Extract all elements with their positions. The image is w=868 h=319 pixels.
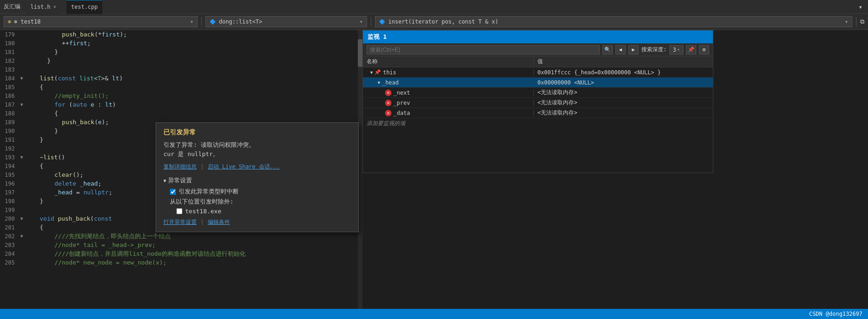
file-label: ⊕ test18 [14,18,41,25]
watch-row-prev-error-icon: ✕ [385,100,392,106]
exception-liveshare-link[interactable]: 启动 Live Share 会话... [208,163,280,171]
watch-row-next-error-icon: ✕ [385,90,392,96]
tab-test-cpp-label: test.cpp [71,4,98,10]
ns-selector[interactable]: 🔷 dong::list<T> ▾ [205,16,367,27]
func-icon: 🔷 [379,19,386,25]
watch-row-data[interactable]: ✕ _data <无法读取内存> [363,108,713,118]
watch-nav-back-btn[interactable]: ◀ [615,45,626,54]
exception-open-settings-link[interactable]: 打开异常设置 [163,218,197,226]
watch-depth-label: 搜索深度: [641,46,667,54]
title-bar: 反汇编 list.h ✕ test.cpp ▾ [0,0,868,14]
watch-row-next[interactable]: ✕ _next <无法读取内存> [363,88,713,98]
table-row: 180 ++first; [0,39,362,48]
main-toolbar: ⊕ ⊕ test18 ▾ 🔷 dong::list<T> ▾ 🔷 insert(… [0,14,868,30]
exception-cb1[interactable] [170,189,176,195]
func-expand-btn[interactable]: ⧉ [860,18,864,25]
table-row: 179 push_back(*first); [0,30,362,39]
watch-row-this-name: ▼ 📌 this [363,69,534,76]
func-selector[interactable]: 🔷 insert(iterator pos, const T & x) ▾ [375,16,852,27]
ns-label: dong::list<T> [219,18,262,25]
watch-depth-chevron: ▾ [677,47,680,52]
exception-title: 已引发异常 [163,128,351,137]
exception-cb1-label: 引发此异常类型时中断 [179,187,239,196]
exception-body: 引发了异常: 读取访问权限冲突。 cur 是 nullptr。 [163,140,351,158]
tab-test-cpp[interactable]: test.cpp [66,0,102,14]
table-row: 182 } [0,56,362,65]
table-row: 204 ////创建新结点，并且调用list_node的构造函数对该结点进行初始… [0,249,362,258]
watch-row-this-value: 0x001ffccc {_head=0x00000000 <NULL> } [534,69,713,76]
toolbar-separator-3 [856,17,856,26]
watch-panel-header: 监视 1 [363,30,713,43]
toolbar-separator-1 [201,17,202,26]
watch-row-this[interactable]: ▼ 📌 this 0x001ffccc {_head=0x00000000 <N… [363,67,713,78]
watch-row-next-name: ✕ _next [363,90,534,96]
status-text: CSDN @dong132697 [809,311,862,317]
watch-rows: ▼ 📌 this 0x001ffccc {_head=0x00000000 <N… [363,67,713,118]
watch-panel: 监视 1 🔍 ◀ ▶ 搜索深度: 3 ▾ 📌 ⊞ 名称 值 ▼ [362,30,713,173]
exception-line1: 引发了异常: 读取访问权限冲突。 [163,140,351,150]
status-bar: CSDN @dong132697 [0,309,868,319]
func-chevron: ▾ [845,18,848,25]
content-area: 179 push_back(*first); 180 ++first; 181 … [0,30,868,319]
table-row: 183 [0,65,362,74]
watch-add-row[interactable]: 添加要监视的项 [363,118,713,128]
watch-row-data-value: <无法读取内存> [534,109,713,117]
table-row: 184 ▼ list(const list<T>& lt) [0,74,362,83]
tab-list-h-close[interactable]: ✕ [53,4,56,10]
exception-cb1-row: 引发此异常类型时中断 [163,187,351,196]
watch-row-head-value: 0x00000000 <NULL> [534,79,713,86]
watch-row-prev-name: ✕ _prev [363,100,534,106]
file-icon: ⊕ [8,18,11,25]
exception-edit-cond-link[interactable]: 编辑条件 [208,218,230,226]
watch-row-this-expand[interactable]: ▼ [370,70,373,75]
watch-row-data-name: ✕ _data [363,110,534,116]
tab-dropdown-btn[interactable]: ▾ [857,3,864,11]
app-title: 反汇编 [4,3,20,11]
code-editor: 179 push_back(*first); 180 ++first; 181 … [0,30,362,319]
title-bar-right: ▾ [857,3,864,11]
watch-row-data-error-icon: ✕ [385,110,392,116]
exception-links: 复制详细信息 | 启动 Live Share 会话... [163,163,351,171]
scroll-thumb[interactable] [358,39,362,67]
table-row: 202 ▼ ////先找到尾结点，即头结点的上一个结点 [0,232,362,241]
watch-row-data-label: _data [393,110,410,116]
watch-search-input[interactable] [367,45,600,54]
func-label: insert(iterator pos, const T & x) [388,18,498,25]
table-row: 187 ▼ for (auto e : lt) [0,100,362,109]
watch-row-next-label: _next [393,90,410,96]
watch-title: 监视 1 [368,33,387,41]
exception-bottom-links: 打开异常设置 | 编辑条件 [163,218,351,226]
watch-nav-fwd-btn[interactable]: ▶ [628,45,639,54]
exception-cb2[interactable] [176,208,182,214]
watch-row-head-name: ▼ _head [363,79,534,86]
tab-bar: 反汇编 list.h ✕ test.cpp [4,0,857,14]
exception-sub-label: 从以下位置引发时除外: [163,198,351,206]
watch-depth-selector[interactable]: 3 ▾ [669,45,683,54]
exception-section-label: 异常设置 [168,176,192,185]
file-selector[interactable]: ⊕ ⊕ test18 ▾ [4,16,198,27]
table-row: 203 //node* tail = _head->_prev; [0,241,362,249]
watch-pin-btn[interactable]: 📌 [686,45,696,54]
table-row: 186 //empty_init(); [0,91,362,100]
watch-row-head-expand[interactable]: ▼ [378,80,380,85]
file-chevron: ▾ [190,18,193,25]
watch-row-prev[interactable]: ✕ _prev <无法读取内存> [363,98,713,108]
table-row: 181 } [0,48,362,56]
watch-row-head[interactable]: ▼ _head 0x00000000 <NULL> [363,78,713,88]
exception-line2: cur 是 nullptr。 [163,150,351,159]
watch-row-next-value: <无法读取内存> [534,89,713,96]
tab-list-h[interactable]: list.h ✕ [26,0,61,14]
exception-copy-link[interactable]: 复制详细信息 [163,163,197,171]
watch-row-this-label: this [383,69,396,76]
watch-columns: 名称 值 [363,56,713,67]
table-row: 205 //node* new_node = new_node(x); [0,258,362,267]
exception-popup: 已引发异常 引发了异常: 读取访问权限冲突。 cur 是 nullptr。 复制… [156,122,359,232]
exception-expand-icon[interactable]: ▼ [163,178,166,183]
watch-row-prev-value: <无法读取内存> [534,99,713,107]
watch-search-btn[interactable]: 🔍 [603,45,613,54]
watch-grid-btn[interactable]: ⊞ [699,45,709,54]
watch-toolbar: 🔍 ◀ ▶ 搜索深度: 3 ▾ 📌 ⊞ [363,43,713,56]
ns-chevron: ▾ [360,18,363,25]
exception-cb2-label: test18.exe [185,208,221,215]
watch-depth-value: 3 [673,47,676,53]
